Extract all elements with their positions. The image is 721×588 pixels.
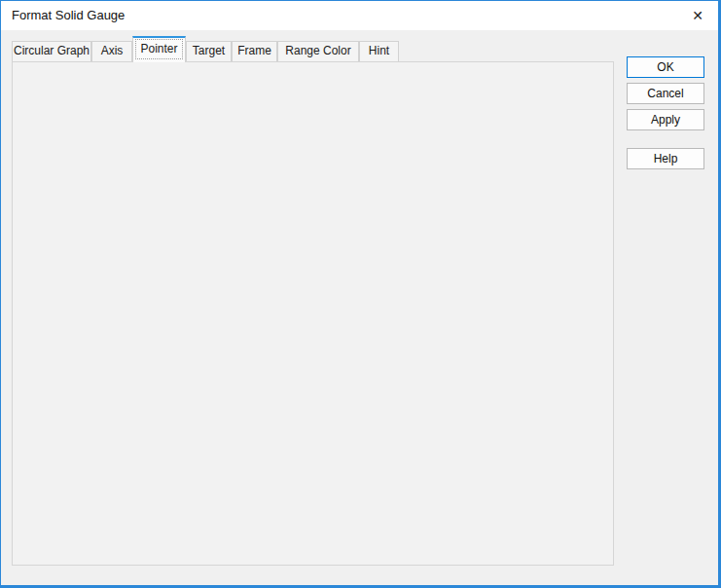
tab-content-panel <box>12 61 614 566</box>
cancel-button[interactable]: Cancel <box>627 83 704 104</box>
ok-button[interactable]: OK <box>627 56 704 78</box>
tab-frame[interactable]: Frame <box>232 41 277 61</box>
tab-range-color[interactable]: Range Color <box>277 41 359 61</box>
help-button[interactable]: Help <box>627 148 704 169</box>
format-solid-gauge-dialog: Format Solid Gauge ✕ Circular Graph Axis… <box>0 0 721 588</box>
title-bar: Format Solid Gauge ✕ <box>1 1 718 30</box>
apply-button[interactable]: Apply <box>627 109 704 130</box>
window-title: Format Solid Gauge <box>12 8 125 22</box>
tab-pointer[interactable]: Pointer <box>132 36 186 62</box>
tab-circular-graph[interactable]: Circular Graph <box>12 41 91 61</box>
tab-hint[interactable]: Hint <box>359 41 399 61</box>
tab-target[interactable]: Target <box>186 41 232 61</box>
close-icon[interactable]: ✕ <box>687 6 708 25</box>
tab-axis[interactable]: Axis <box>91 41 132 61</box>
